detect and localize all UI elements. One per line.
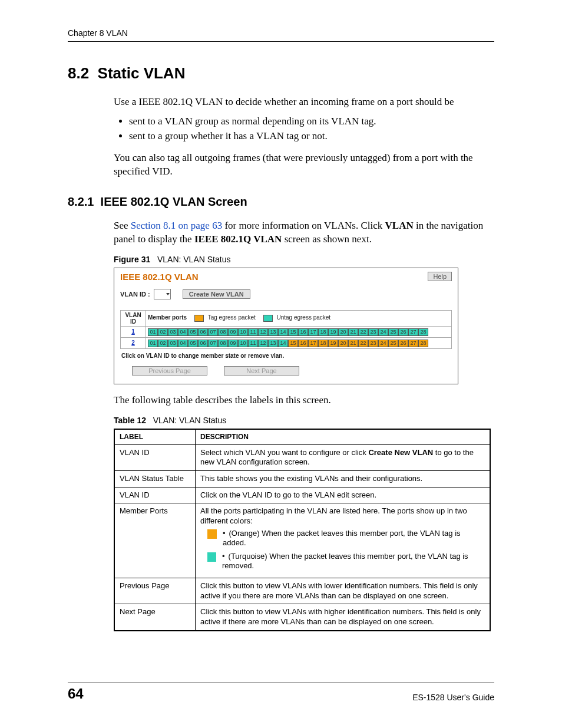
port-cell[interactable]: 22 xyxy=(358,328,368,336)
port-cell[interactable]: 27 xyxy=(408,328,418,336)
port-cell[interactable]: 02 xyxy=(158,328,168,336)
port-cell[interactable]: 11 xyxy=(248,340,258,347)
cell-description: Click this button to view VLANs with hig… xyxy=(196,604,491,631)
port-cell[interactable]: 18 xyxy=(318,340,328,347)
page-footer: 64 ES-1528 User's Guide xyxy=(68,683,494,702)
bold-term: VLAN xyxy=(385,220,414,231)
screen-title: IEEE 802.1Q VLAN xyxy=(120,272,199,282)
port-cell[interactable]: 09 xyxy=(228,340,238,347)
port-cell[interactable]: 19 xyxy=(328,340,338,347)
guide-name: ES-1528 User's Guide xyxy=(412,693,494,702)
port-cell[interactable]: 08 xyxy=(218,328,228,336)
port-cell[interactable]: 09 xyxy=(228,328,238,336)
section-intro: Use a IEEE 802.1Q VLAN to decide whether… xyxy=(114,95,494,109)
bold-term: IEEE 802.1Q VLAN xyxy=(194,233,282,245)
vlan-status-table: VLAN ID Member ports Tag egress packet U… xyxy=(120,310,452,349)
cell-description: Select which VLAN you want to configure … xyxy=(196,444,491,470)
port-cell[interactable]: 01 xyxy=(148,340,158,347)
port-cell[interactable]: 12 xyxy=(258,340,268,347)
port-cell[interactable]: 07 xyxy=(208,340,218,347)
port-cell[interactable]: 04 xyxy=(178,328,188,336)
port-cell[interactable]: 19 xyxy=(328,328,338,336)
vlan-id-select[interactable] xyxy=(154,289,171,299)
port-cell[interactable]: 11 xyxy=(248,328,258,336)
port-cell[interactable]: 06 xyxy=(198,340,208,347)
table-row: Next Page Click this button to view VLAN… xyxy=(114,604,490,631)
cell-label: Member Ports xyxy=(114,503,196,578)
port-cell[interactable]: 15 xyxy=(288,340,298,347)
port-cell[interactable]: 21 xyxy=(348,340,358,347)
next-page-button[interactable]: Next Page xyxy=(224,366,299,375)
vlan-id-label: VLAN ID : xyxy=(120,291,150,298)
figure-caption: Figure 31 VLAN: VLAN Status xyxy=(114,255,494,264)
legend-untag-label: Untag egress packet xyxy=(276,314,330,321)
port-cell[interactable]: 20 xyxy=(338,340,348,347)
port-cell[interactable]: 14 xyxy=(278,328,288,336)
port-cell[interactable]: 25 xyxy=(388,328,398,336)
port-cell[interactable]: 26 xyxy=(398,328,408,336)
vlan-id-link[interactable]: 1 xyxy=(131,328,135,335)
chevron-down-icon xyxy=(166,293,170,295)
previous-page-button[interactable]: Previous Page xyxy=(132,366,207,375)
cell-description: Click this button to view VLANs with low… xyxy=(196,578,491,604)
cell-description: All the ports participating in the VLAN … xyxy=(196,503,491,578)
vlan-id-link[interactable]: 2 xyxy=(131,340,135,346)
port-cell[interactable]: 03 xyxy=(168,340,178,347)
port-cell[interactable]: 10 xyxy=(238,328,248,336)
port-cell[interactable]: 01 xyxy=(148,328,158,336)
port-cell[interactable]: 24 xyxy=(378,328,388,336)
port-cell[interactable]: 20 xyxy=(338,328,348,336)
description-table: LABEL DESCRIPTION VLAN ID Select which V… xyxy=(114,429,491,631)
port-cell[interactable]: 02 xyxy=(158,340,168,347)
port-cell[interactable]: 27 xyxy=(408,340,418,347)
cross-reference-link[interactable]: Section 8.1 on page 63 xyxy=(131,220,222,231)
port-cell[interactable]: 16 xyxy=(298,328,308,336)
legend-swatch-orange xyxy=(194,315,204,322)
port-cell[interactable]: 26 xyxy=(398,340,408,347)
port-cell[interactable]: 12 xyxy=(258,328,268,336)
vlan-row: 1010203040506070809101112131415161718192… xyxy=(121,326,452,337)
cell-description: This table shows you the existing VLANs … xyxy=(196,471,491,487)
table-number: Table 12 xyxy=(114,416,146,425)
port-cell[interactable]: 25 xyxy=(388,340,398,347)
port-cell[interactable]: 22 xyxy=(358,340,368,347)
port-cell[interactable]: 14 xyxy=(278,340,288,347)
port-cell[interactable]: 18 xyxy=(318,328,328,336)
port-cell[interactable]: 05 xyxy=(188,340,198,347)
port-cell[interactable]: 13 xyxy=(268,328,278,336)
port-cell[interactable]: 06 xyxy=(198,328,208,336)
port-cell[interactable]: 08 xyxy=(218,340,228,347)
hint-text: Click on VLAN ID to change member state … xyxy=(121,353,452,359)
help-button[interactable]: Help xyxy=(428,272,452,281)
create-new-vlan-button[interactable]: Create New VLAN xyxy=(183,289,250,299)
port-cell[interactable]: 23 xyxy=(368,340,378,347)
after-figure-text: The following table describes the labels… xyxy=(114,394,494,407)
subsection-title: IEEE 802.1Q VLAN Screen xyxy=(101,195,247,208)
member-ports-cell: 0102030405060708091011121314151617181920… xyxy=(146,337,452,348)
port-cell[interactable]: 17 xyxy=(308,328,318,336)
port-cell[interactable]: 15 xyxy=(288,328,298,336)
port-cell[interactable]: 07 xyxy=(208,328,218,336)
port-cell[interactable]: 03 xyxy=(168,328,178,336)
port-cell[interactable]: 05 xyxy=(188,328,198,336)
port-cell[interactable]: 04 xyxy=(178,340,188,347)
port-cell[interactable]: 21 xyxy=(348,328,358,336)
cell-label: Next Page xyxy=(114,604,196,631)
text: Select which VLAN you want to configure … xyxy=(200,448,368,457)
port-cell[interactable]: 23 xyxy=(368,328,378,336)
vlan-row: 2010203040506070809101112131415161718192… xyxy=(121,337,452,348)
port-cell[interactable]: 17 xyxy=(308,340,318,347)
port-cell[interactable]: 24 xyxy=(378,340,388,347)
bold-term: Create New VLAN xyxy=(368,448,433,457)
table-row: Previous Page Click this button to view … xyxy=(114,578,490,604)
port-cell[interactable]: 10 xyxy=(238,340,248,347)
port-cell[interactable]: 28 xyxy=(418,328,428,336)
bullet-item: sent to a VLAN group as normal depending… xyxy=(129,115,494,129)
port-cell[interactable]: 13 xyxy=(268,340,278,347)
port-cell[interactable]: 28 xyxy=(418,340,428,347)
table-title: VLAN: VLAN Status xyxy=(153,416,227,425)
bullet-text: (Orange) When the packet leaves this mem… xyxy=(223,529,485,548)
figure-title: VLAN: VLAN Status xyxy=(157,255,231,264)
port-cell[interactable]: 16 xyxy=(298,340,308,347)
table-row: VLAN ID Select which VLAN you want to co… xyxy=(114,444,490,470)
